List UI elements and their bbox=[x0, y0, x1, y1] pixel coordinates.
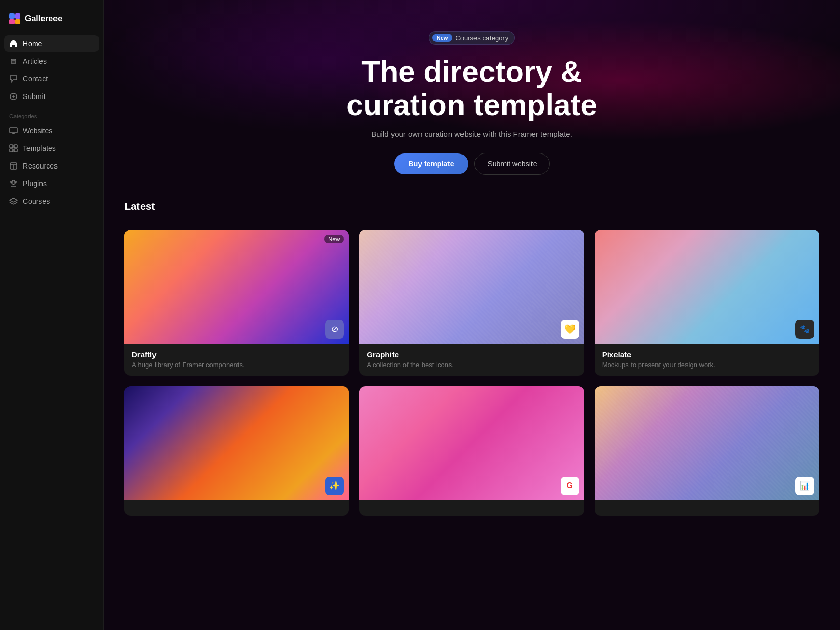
card-image-item5: G bbox=[359, 386, 584, 500]
nav-label-templates: Templates bbox=[23, 144, 56, 152]
cards-grid: New ⊘ Draftly A huge library of Framer c… bbox=[124, 230, 819, 516]
logo-icon bbox=[8, 12, 21, 25]
card-info-item6 bbox=[595, 500, 819, 516]
nav-label-courses: Courses bbox=[23, 197, 50, 205]
nav-item-contact[interactable]: Contact bbox=[4, 71, 99, 87]
hero-buttons: Buy template Submit website bbox=[394, 153, 550, 175]
nav-item-plugins[interactable]: Plugins bbox=[4, 175, 99, 192]
svg-rect-2 bbox=[9, 19, 15, 24]
svg-rect-16 bbox=[14, 149, 17, 152]
hero-badge: New Courses category bbox=[429, 31, 515, 45]
svg-rect-15 bbox=[10, 149, 13, 152]
nav-label-websites: Websites bbox=[23, 127, 52, 135]
texture-waves-graphite bbox=[359, 230, 584, 344]
card-title-graphite: Graphite bbox=[367, 350, 577, 359]
card-logo-draftly: ⊘ bbox=[325, 320, 344, 339]
card-image-draftly: New ⊘ bbox=[124, 230, 349, 344]
svg-rect-1 bbox=[15, 13, 20, 19]
card-desc-pixelate: Mockups to present your design work. bbox=[602, 361, 812, 369]
hero-section: New Courses category The directory &cura… bbox=[104, 0, 840, 201]
svg-rect-0 bbox=[9, 13, 15, 19]
submit-website-button[interactable]: Submit website bbox=[474, 153, 550, 175]
card-info-graphite: Graphite A collection of the best icons. bbox=[359, 344, 584, 376]
contact-icon bbox=[9, 75, 18, 83]
card-info-item5 bbox=[359, 500, 584, 516]
hero-subtitle: Build your own curation website with thi… bbox=[371, 130, 572, 138]
card-info-item4 bbox=[124, 500, 349, 516]
svg-marker-6 bbox=[10, 76, 17, 82]
card-image-item6: 📊 bbox=[595, 386, 819, 500]
card-draftly[interactable]: New ⊘ Draftly A huge library of Framer c… bbox=[124, 230, 349, 376]
section-header: Latest bbox=[124, 201, 819, 219]
card-desc-graphite: A collection of the best icons. bbox=[367, 361, 577, 369]
texture-waves-item6 bbox=[595, 386, 819, 500]
nav-item-submit[interactable]: Submit bbox=[4, 88, 99, 105]
courses-icon bbox=[9, 197, 18, 205]
nav-label-submit: Submit bbox=[23, 92, 46, 101]
main-content: New Courses category The directory &cura… bbox=[104, 0, 840, 630]
grid-icon bbox=[9, 144, 18, 152]
badge-category-text: Courses category bbox=[455, 34, 508, 42]
resources-icon bbox=[9, 162, 18, 170]
card-item5[interactable]: G bbox=[359, 386, 584, 516]
card-title-draftly: Draftly bbox=[132, 350, 342, 359]
card-image-pixelate: 🐾 bbox=[595, 230, 819, 344]
card-image-graphite: 💛 bbox=[359, 230, 584, 344]
categories-nav: Websites Templates Resources bbox=[0, 122, 103, 209]
section-title: Latest bbox=[124, 201, 155, 213]
card-graphite[interactable]: 💛 Graphite A collection of the best icon… bbox=[359, 230, 584, 376]
nav-label-home: Home bbox=[23, 39, 42, 48]
articles-icon bbox=[9, 57, 18, 65]
card-logo-item4: ✨ bbox=[325, 477, 344, 495]
app-logo: Gallereee bbox=[0, 8, 103, 35]
nav-label-plugins: Plugins bbox=[23, 179, 47, 188]
categories-label: Categories bbox=[0, 105, 103, 122]
svg-rect-10 bbox=[10, 128, 17, 133]
nav-item-resources[interactable]: Resources bbox=[4, 158, 99, 174]
plugins-icon bbox=[9, 179, 18, 188]
nav-item-templates[interactable]: Templates bbox=[4, 140, 99, 157]
badge-new-label: New bbox=[432, 34, 453, 42]
card-item6[interactable]: 📊 bbox=[595, 386, 819, 516]
app-name: Gallereee bbox=[25, 14, 62, 23]
nav-item-articles[interactable]: Articles bbox=[4, 53, 99, 69]
svg-rect-13 bbox=[10, 145, 13, 148]
card-desc-draftly: A huge library of Framer components. bbox=[132, 361, 342, 369]
card-badge-new: New bbox=[324, 235, 344, 243]
card-info-draftly: Draftly A huge library of Framer compone… bbox=[124, 344, 349, 376]
home-icon bbox=[9, 39, 18, 48]
card-image-item4: ✨ bbox=[124, 386, 349, 500]
card-pixelate[interactable]: 🐾 Pixelate Mockups to present your desig… bbox=[595, 230, 819, 376]
card-logo-pixelate: 🐾 bbox=[795, 320, 814, 339]
card-info-pixelate: Pixelate Mockups to present your design … bbox=[595, 344, 819, 376]
card-logo-graphite: 💛 bbox=[561, 320, 579, 339]
latest-section: Latest New ⊘ Draftly A huge library of F… bbox=[104, 201, 840, 537]
buy-template-button[interactable]: Buy template bbox=[394, 153, 469, 174]
card-title-pixelate: Pixelate bbox=[602, 350, 812, 359]
nav-item-courses[interactable]: Courses bbox=[4, 193, 99, 209]
monitor-icon bbox=[9, 127, 18, 135]
card-logo-item6: 📊 bbox=[795, 477, 814, 495]
main-nav: Home Articles Contact Submit bbox=[0, 35, 103, 105]
nav-item-home[interactable]: Home bbox=[4, 35, 99, 52]
card-logo-item5: G bbox=[561, 477, 579, 495]
sidebar: Gallereee Home Articles Contact bbox=[0, 0, 104, 630]
hero-title: The directory &curation template bbox=[346, 55, 597, 121]
nav-label-articles: Articles bbox=[23, 57, 47, 65]
nav-label-contact: Contact bbox=[23, 75, 48, 83]
svg-rect-14 bbox=[14, 145, 17, 148]
nav-label-resources: Resources bbox=[23, 162, 58, 170]
nav-item-websites[interactable]: Websites bbox=[4, 122, 99, 139]
card-item4[interactable]: ✨ bbox=[124, 386, 349, 516]
submit-icon bbox=[9, 92, 18, 101]
svg-rect-3 bbox=[15, 19, 20, 24]
